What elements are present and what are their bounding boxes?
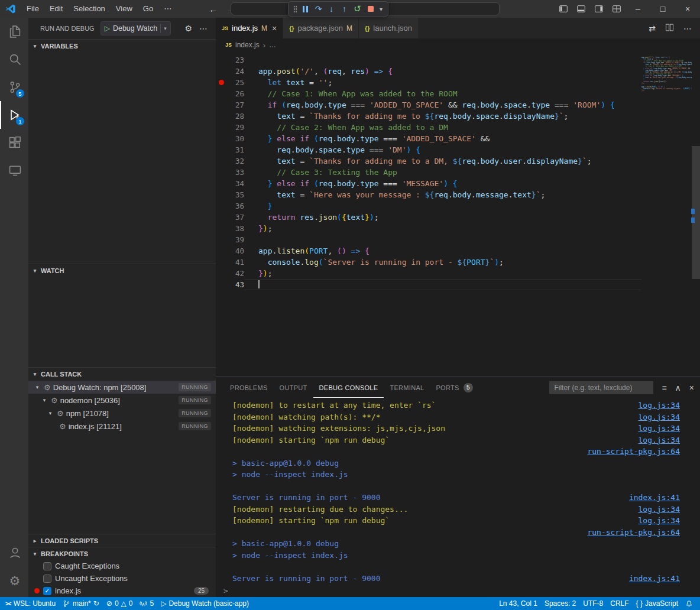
toggle-primary-sidebar-button[interactable]	[555, 0, 572, 18]
source-link[interactable]: run-script-pkg.js:64	[587, 447, 680, 456]
section-header-variables[interactable]: ▾ VARIABLES	[28, 39, 216, 52]
status-encoding[interactable]: UTF-8	[579, 597, 607, 610]
breadcrumb[interactable]: JS index.js › …	[216, 38, 700, 51]
callstack-row[interactable]: ▾⚙Debug Watch: npm [25008]RUNNING	[28, 381, 216, 394]
panel-tab-debug-console[interactable]: DEBUG CONSOLE	[313, 377, 384, 398]
gutter-breakpoint-zone[interactable]	[216, 279, 226, 290]
status-language-mode[interactable]: { }JavaScript	[633, 597, 682, 610]
code-editor[interactable]: 2324app.post('/', (req, res) => {25 let …	[216, 51, 700, 377]
debug-session-picker[interactable]: ▾	[377, 2, 385, 15]
gutter-breakpoint-zone[interactable]	[216, 245, 226, 257]
status-indentation[interactable]: Spaces: 2	[541, 597, 579, 610]
code-text[interactable]: // Case 1: When App was added to the ROO…	[244, 88, 641, 99]
tab-launch-json[interactable]: {}launch.json	[359, 18, 419, 38]
menu-selection[interactable]: Selection	[68, 0, 110, 18]
code-text[interactable]: text = `Thanks for adding me to a DM, ${…	[244, 155, 641, 167]
code-text[interactable]: req.body.space.type === 'DM') {	[244, 144, 641, 155]
gutter-breakpoint-zone[interactable]	[216, 268, 226, 279]
restart-button[interactable]: ↺	[351, 2, 364, 15]
minimize-window-button[interactable]: –	[626, 0, 650, 18]
code-text[interactable]: let text = '';	[244, 77, 641, 88]
close-tab-icon[interactable]: ×	[272, 24, 277, 33]
activitybar-accounts[interactable]	[0, 539, 28, 567]
gutter-breakpoint-zone[interactable]	[216, 167, 226, 178]
source-link[interactable]: index.js:41	[629, 574, 680, 583]
gutter-breakpoint-zone[interactable]	[216, 234, 226, 245]
gutter-breakpoint-zone[interactable]	[216, 200, 226, 212]
open-changes-button[interactable]: ⇄	[649, 24, 656, 33]
close-window-button[interactable]: ×	[675, 0, 700, 18]
pause-button[interactable]	[299, 2, 312, 15]
maximize-window-button[interactable]: □	[650, 0, 675, 18]
gutter-breakpoint-zone[interactable]	[216, 99, 226, 111]
code-text[interactable]: }	[244, 200, 641, 212]
source-link[interactable]: log.js:34	[639, 424, 680, 433]
status-eol[interactable]: CRLF	[607, 597, 632, 610]
code-text[interactable]: } else if (req.body.type === 'MESSAGE') …	[244, 178, 641, 189]
start-debugging-icon[interactable]: ▷	[105, 24, 110, 33]
breakpoint-checkbox[interactable]	[43, 575, 51, 583]
gutter-breakpoint-zone[interactable]	[216, 212, 226, 223]
customize-layout-button[interactable]	[608, 0, 626, 18]
callstack-row[interactable]: ▾⚙nodemon [25036]RUNNING	[28, 394, 216, 407]
source-link[interactable]: log.js:34	[639, 516, 680, 525]
breakpoint-row[interactable]: Caught Exceptions	[28, 560, 216, 572]
source-link[interactable]: log.js:34	[639, 505, 680, 514]
status-git-branch[interactable]: main*↻	[59, 597, 103, 610]
toggle-panel-button[interactable]	[572, 0, 590, 18]
menu-edit[interactable]: Edit	[44, 0, 68, 18]
gutter-breakpoint-zone[interactable]	[216, 54, 226, 66]
breakpoint-row[interactable]: Uncaught Exceptions	[28, 572, 216, 585]
panel-tab-terminal[interactable]: TERMINAL	[384, 377, 430, 398]
source-link[interactable]: log.js:34	[639, 413, 680, 421]
gutter-breakpoint-zone[interactable]	[216, 66, 226, 77]
console-filter-input[interactable]	[549, 381, 653, 394]
code-text[interactable]: if (req.body.type === 'ADDED_TO_SPACE' &…	[244, 99, 641, 111]
open-launch-config-button[interactable]: ⚙	[184, 24, 192, 33]
code-text[interactable]: app.listen(PORT, () => {	[244, 245, 641, 257]
code-text[interactable]: app.post('/', (req, res) => {	[244, 66, 641, 77]
status-cursor-position[interactable]: Ln 43, Col 1	[494, 597, 541, 610]
activitybar-explorer[interactable]	[0, 18, 28, 46]
code-text[interactable]	[244, 279, 641, 290]
gutter-breakpoint-zone[interactable]	[216, 88, 226, 99]
panel-tab-output[interactable]: OUTPUT	[274, 377, 313, 398]
code-text[interactable]: // Case 2: When App was added to a DM	[244, 122, 641, 133]
menu-view[interactable]: View	[111, 0, 138, 18]
gutter-breakpoint-zone[interactable]	[216, 122, 226, 133]
maximize-panel-button[interactable]: ∧	[675, 383, 681, 392]
stop-button[interactable]	[364, 2, 377, 15]
gutter-breakpoint-zone[interactable]	[216, 144, 226, 155]
view-more-actions-button[interactable]: ⋯	[199, 24, 208, 33]
step-over-button[interactable]: ↷	[312, 2, 325, 15]
breakpoint-checkbox[interactable]: ✓	[43, 587, 51, 595]
status-remote[interactable]: ><WSL: Ubuntu	[0, 597, 59, 610]
breadcrumb-symbol[interactable]: …	[269, 41, 276, 49]
split-editor-button[interactable]	[665, 23, 674, 34]
gutter-breakpoint-zone[interactable]	[216, 77, 226, 88]
panel-tab-ports[interactable]: PORTS5	[430, 377, 478, 398]
minimap[interactable]: app.post('/', (req, res) => { let text =…	[641, 54, 692, 249]
section-header-watch[interactable]: ▾ WATCH	[28, 264, 216, 277]
activitybar-run-and-debug[interactable]: 1	[0, 101, 28, 129]
code-text[interactable]: });	[244, 223, 641, 234]
gutter-breakpoint-zone[interactable]	[216, 257, 226, 268]
more-actions-button[interactable]: ⋯	[683, 24, 692, 33]
activitybar-search[interactable]	[0, 46, 28, 73]
gutter-breakpoint-zone[interactable]	[216, 223, 226, 234]
back-button[interactable]: ←	[209, 4, 218, 14]
chevron-down-icon[interactable]: ▾	[46, 410, 54, 416]
drag-handle[interactable]	[291, 2, 299, 15]
activitybar-source-control[interactable]: 5	[0, 73, 28, 101]
menu-file[interactable]: File	[21, 0, 44, 18]
tab-index-js[interactable]: JSindex.jsM×	[216, 18, 283, 38]
section-header-call-stack[interactable]: ▾ CALL STACK	[28, 367, 216, 380]
code-text[interactable]	[244, 234, 641, 245]
source-link[interactable]: run-script-pkg.js:64	[587, 528, 680, 537]
tab-package-json[interactable]: {}package.jsonM	[283, 18, 359, 38]
gutter-breakpoint-zone[interactable]	[216, 189, 226, 200]
chevron-down-icon[interactable]: ▾	[33, 384, 41, 390]
callstack-row[interactable]: ▾⚙npm [21078]RUNNING	[28, 407, 216, 420]
menu-go[interactable]: Go	[138, 0, 158, 18]
code-text[interactable]	[244, 54, 641, 66]
